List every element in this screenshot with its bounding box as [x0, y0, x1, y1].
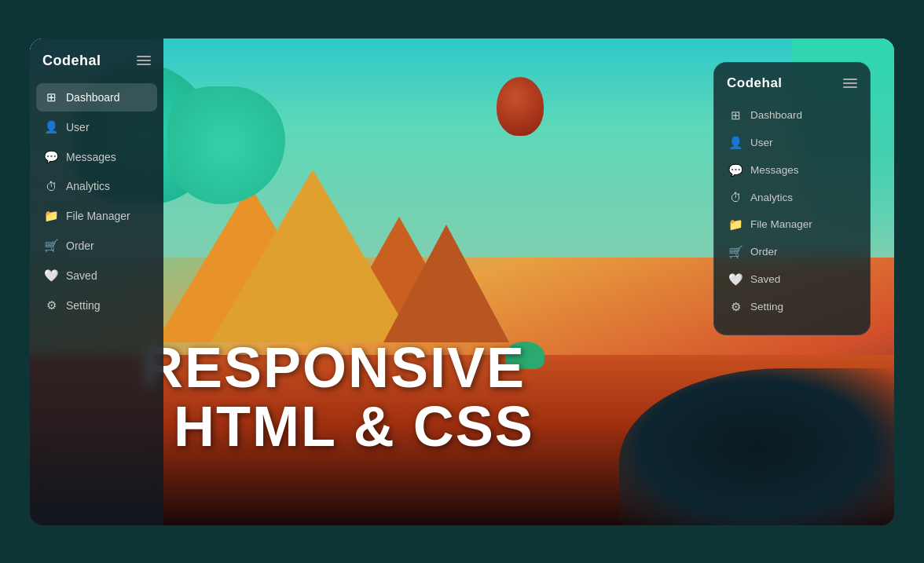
right-nav-label-order: Order: [750, 246, 778, 258]
messages-icon-right: 💬: [728, 163, 742, 177]
left-nav-label-dashboard: Dashboard: [66, 91, 120, 104]
left-nav-label-file-manager: File Manager: [66, 210, 130, 222]
right-nav-item-setting[interactable]: ⚙ Setting: [720, 294, 864, 320]
saved-icon-right: 🤍: [728, 272, 742, 287]
sidebar-left: Codehal ⊞ Dashboard 👤 User 💬 Messages ⏱ …: [30, 38, 163, 525]
setting-icon-left: ⚙: [44, 298, 58, 313]
left-sidebar-header: Codehal: [30, 38, 163, 80]
left-nav-label-messages: Messages: [66, 151, 116, 163]
left-nav-label-user: User: [66, 121, 90, 133]
right-sidebar-nav: ⊞ Dashboard 👤 User 💬 Messages ⏱ Analytic…: [714, 101, 870, 322]
left-hamburger-button[interactable]: [137, 56, 151, 65]
overlay-line1: RESPONSIVE: [142, 336, 526, 399]
analytics-icon-left: ⏱: [44, 180, 58, 193]
left-nav-item-setting[interactable]: ⚙ Setting: [36, 291, 157, 320]
left-sidebar-nav: ⊞ Dashboard 👤 User 💬 Messages ⏱ Analytic…: [30, 80, 163, 323]
file-manager-icon-right: 📁: [728, 218, 742, 232]
user-icon-left: 👤: [44, 120, 58, 134]
left-nav-label-saved: Saved: [66, 269, 97, 282]
left-nav-label-setting: Setting: [66, 299, 101, 312]
left-nav-item-messages[interactable]: 💬 Messages: [36, 143, 157, 171]
right-nav-label-file-manager: File Manager: [750, 218, 812, 230]
dashboard-icon-right: ⊞: [728, 108, 742, 122]
right-nav-item-user[interactable]: 👤 User: [720, 130, 864, 156]
right-nav-label-dashboard: Dashboard: [750, 109, 802, 121]
left-sidebar-brand: Codehal: [42, 53, 101, 69]
left-nav-item-order[interactable]: 🛒 Order: [36, 232, 157, 260]
right-nav-label-saved: Saved: [750, 273, 780, 285]
analytics-icon-right: ⏱: [728, 191, 742, 204]
right-nav-item-messages[interactable]: 💬 Messages: [720, 157, 864, 184]
left-nav-item-user[interactable]: 👤 User: [36, 113, 157, 141]
overlay-text: RESPONSIVE HTML & CSS: [142, 338, 534, 457]
left-nav-label-order: Order: [66, 239, 94, 252]
overlay-line2: HTML & CSS: [174, 397, 534, 457]
saved-icon-left: 🤍: [44, 269, 58, 283]
setting-icon-right: ⚙: [728, 300, 742, 314]
dashboard-icon-left: ⊞: [44, 90, 58, 104]
right-nav-label-user: User: [750, 137, 773, 148]
right-nav-item-dashboard[interactable]: ⊞ Dashboard: [720, 102, 864, 129]
left-nav-item-file-manager[interactable]: 📁 File Manager: [36, 202, 157, 230]
main-container: RESPONSIVE HTML & CSS Codehal ⊞ Dashboar…: [30, 38, 894, 525]
right-nav-label-analytics: Analytics: [750, 192, 793, 203]
balloon: [497, 77, 544, 136]
right-hamburger-button[interactable]: [843, 79, 857, 88]
messages-icon-left: 💬: [44, 150, 58, 164]
order-icon-left: 🛒: [44, 239, 58, 253]
right-nav-item-analytics[interactable]: ⏱ Analytics: [720, 185, 864, 210]
right-nav-item-saved[interactable]: 🤍 Saved: [720, 266, 864, 293]
right-nav-item-order[interactable]: 🛒 Order: [720, 239, 864, 265]
sidebar-right: Codehal ⊞ Dashboard 👤 User 💬 Messages ⏱ …: [713, 62, 871, 335]
left-nav-item-saved[interactable]: 🤍 Saved: [36, 261, 157, 290]
user-icon-right: 👤: [728, 136, 742, 150]
right-nav-label-messages: Messages: [750, 164, 799, 176]
right-nav-item-file-manager[interactable]: 📁 File Manager: [720, 211, 864, 238]
right-sidebar-brand: Codehal: [727, 75, 783, 91]
right-nav-label-setting: Setting: [750, 301, 783, 313]
left-nav-item-dashboard[interactable]: ⊞ Dashboard: [36, 83, 157, 112]
left-nav-item-analytics[interactable]: ⏱ Analytics: [36, 173, 157, 200]
order-icon-right: 🛒: [728, 245, 742, 259]
left-nav-label-analytics: Analytics: [66, 180, 110, 192]
right-sidebar-header: Codehal: [714, 63, 870, 101]
mountain-5: [383, 225, 509, 342]
file-manager-icon-left: 📁: [44, 209, 58, 223]
